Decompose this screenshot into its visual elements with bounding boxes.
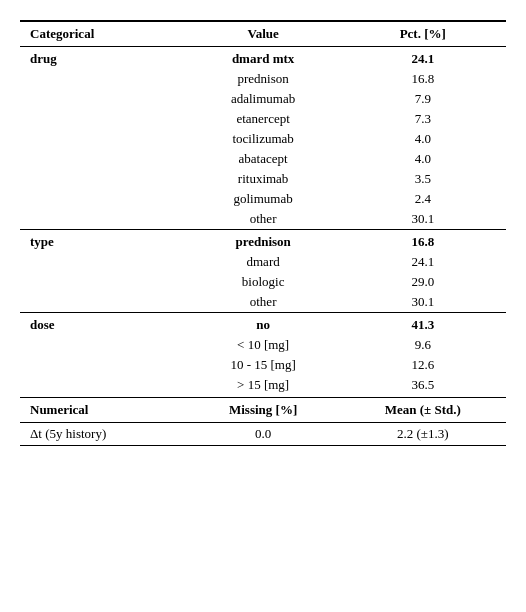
category-label: type (20, 230, 187, 253)
pct-cell: 24.1 (340, 47, 506, 70)
value-cell: other (187, 209, 340, 230)
numerical-row-missing: 0.0 (187, 423, 340, 446)
statistics-table: Categorical Value Pct. [%] drugdmard mtx… (20, 20, 506, 446)
pct-cell: 30.1 (340, 209, 506, 230)
category-label (20, 89, 187, 109)
pct-cell: 7.3 (340, 109, 506, 129)
pct-cell: 4.0 (340, 149, 506, 169)
value-cell: tocilizumab (187, 129, 340, 149)
col-header-pct: Pct. [%] (340, 21, 506, 47)
pct-cell: 2.4 (340, 189, 506, 209)
value-cell: abatacept (187, 149, 340, 169)
numerical-col-header-1: Numerical (20, 398, 187, 423)
category-label (20, 209, 187, 230)
value-cell: golimumab (187, 189, 340, 209)
value-cell: other (187, 292, 340, 313)
value-cell: dmard mtx (187, 47, 340, 70)
pct-cell: 24.1 (340, 252, 506, 272)
pct-cell: 41.3 (340, 313, 506, 336)
value-cell: prednison (187, 69, 340, 89)
value-cell: prednison (187, 230, 340, 253)
value-cell: etanercept (187, 109, 340, 129)
category-label (20, 189, 187, 209)
category-label: drug (20, 47, 187, 70)
value-cell: dmard (187, 252, 340, 272)
col-header-categorical: Categorical (20, 21, 187, 47)
value-cell: biologic (187, 272, 340, 292)
pct-cell: 16.8 (340, 69, 506, 89)
pct-cell: 3.5 (340, 169, 506, 189)
numerical-row-label: Δt (5y history) (20, 423, 187, 446)
pct-cell: 9.6 (340, 335, 506, 355)
pct-cell: 30.1 (340, 292, 506, 313)
pct-cell: 12.6 (340, 355, 506, 375)
numerical-col-header-2: Missing [%] (187, 398, 340, 423)
col-header-value: Value (187, 21, 340, 47)
numerical-row-mean: 2.2 (±1.3) (340, 423, 506, 446)
pct-cell: 16.8 (340, 230, 506, 253)
category-label (20, 129, 187, 149)
category-label (20, 375, 187, 398)
category-label (20, 355, 187, 375)
value-cell: no (187, 313, 340, 336)
value-cell: adalimumab (187, 89, 340, 109)
value-cell: 10 - 15 [mg] (187, 355, 340, 375)
category-label (20, 109, 187, 129)
category-label (20, 169, 187, 189)
category-label (20, 272, 187, 292)
value-cell: > 15 [mg] (187, 375, 340, 398)
numerical-col-header-3: Mean (± Std.) (340, 398, 506, 423)
pct-cell: 36.5 (340, 375, 506, 398)
category-label (20, 149, 187, 169)
category-label (20, 252, 187, 272)
pct-cell: 4.0 (340, 129, 506, 149)
value-cell: < 10 [mg] (187, 335, 340, 355)
category-label (20, 335, 187, 355)
category-label (20, 69, 187, 89)
pct-cell: 7.9 (340, 89, 506, 109)
value-cell: rituximab (187, 169, 340, 189)
pct-cell: 29.0 (340, 272, 506, 292)
category-label: dose (20, 313, 187, 336)
category-label (20, 292, 187, 313)
